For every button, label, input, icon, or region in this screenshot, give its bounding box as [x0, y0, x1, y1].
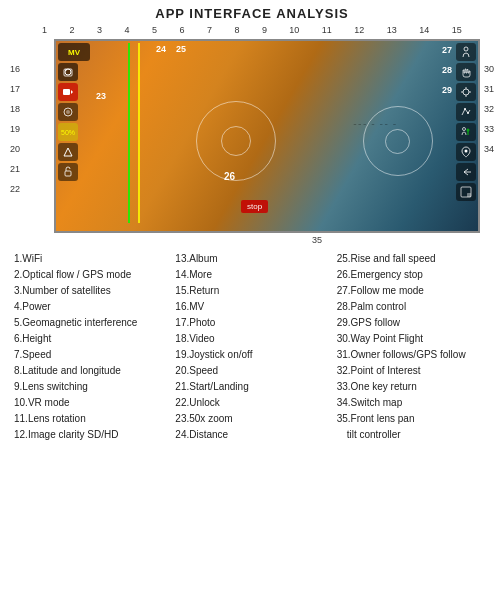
center-reticle-small — [221, 126, 251, 156]
svg-point-2 — [65, 69, 67, 71]
desc-item-32: 32.Point of Interest — [337, 363, 490, 379]
left-num-16: 16 — [10, 59, 22, 79]
desc-item-34: 34.Switch map — [337, 395, 490, 411]
desc-item-10: 10.VR mode — [14, 395, 167, 411]
desc-item-21: 21.Start/Landing — [175, 379, 328, 395]
right-num-34: 34 — [482, 139, 494, 159]
desc-item-14: 14.More — [175, 267, 328, 283]
left-num-22: 22 — [10, 179, 22, 199]
left-num-21: 21 — [10, 159, 22, 179]
right-num-33: 33 — [482, 119, 494, 139]
desc-item-3: 3.Number of satellites — [14, 283, 167, 299]
switch-map-button[interactable] — [456, 183, 476, 201]
desc-item-4: 4.Power — [14, 299, 167, 315]
desc-col-3: 25.Rise and fall speed 26.Emergency stop… — [337, 251, 490, 443]
poi-button[interactable] — [456, 143, 476, 161]
desc-item-15: 15.Return — [175, 283, 328, 299]
label-27: 27 — [442, 45, 452, 55]
stop-label: stop — [247, 202, 262, 211]
svg-rect-23 — [467, 193, 471, 197]
diagram-section: 1 2 3 4 5 6 7 8 9 10 11 12 13 14 15 16 1… — [0, 25, 504, 245]
desc-item-26: 26.Emergency stop — [337, 267, 490, 283]
desc-item-23: 23.50x zoom — [175, 411, 328, 427]
desc-item-8: 8.Latitude and longitude — [14, 363, 167, 379]
desc-item-25: 25.Rise and fall speed — [337, 251, 490, 267]
gps-follow-button[interactable] — [456, 83, 476, 101]
label-24: 24 — [156, 44, 166, 54]
desc-col-1: 1.WiFi 2.Optical flow / GPS mode 3.Numbe… — [14, 251, 167, 443]
desc-item-16: 16.MV — [175, 299, 328, 315]
emergency-stop-button[interactable]: stop — [241, 200, 268, 213]
palm-control-button[interactable] — [456, 63, 476, 81]
photo-button[interactable] — [58, 63, 78, 81]
left-num-17: 17 — [10, 79, 22, 99]
num-label-4: 4 — [124, 25, 129, 35]
top-number-row: 1 2 3 4 5 6 7 8 9 10 11 12 13 14 15 — [40, 25, 464, 39]
follow-me-button[interactable] — [456, 43, 476, 61]
label-25: 25 — [176, 44, 186, 54]
desc-item-7: 7.Speed — [14, 347, 167, 363]
description-list: 1.WiFi 2.Optical flow / GPS mode 3.Numbe… — [0, 245, 504, 447]
svg-marker-7 — [64, 148, 72, 156]
drone-view: MV 50% — [56, 41, 478, 231]
waypoint-button[interactable] — [456, 103, 476, 121]
left-num-20: 20 — [10, 139, 22, 159]
desc-item-18: 18.Video — [175, 331, 328, 347]
desc-item-29: 29.GPS follow — [337, 315, 490, 331]
right-num-30: 30 — [482, 59, 494, 79]
label-26: 26 — [224, 171, 235, 182]
num-label-10: 10 — [289, 25, 299, 35]
svg-point-15 — [464, 108, 466, 110]
page-title: APP INTERFACE ANALYSIS — [0, 0, 504, 25]
unlock-button[interactable] — [58, 163, 78, 181]
num-label-2: 2 — [69, 25, 74, 35]
svg-point-20 — [464, 150, 467, 153]
label-23: 23 — [96, 91, 106, 101]
svg-rect-8 — [65, 171, 71, 176]
label-29: 29 — [442, 85, 452, 95]
right-controls — [456, 43, 476, 201]
right-reticle-small — [385, 129, 410, 154]
video-button[interactable] — [58, 83, 78, 101]
svg-point-9 — [464, 47, 468, 51]
desc-item-33: 33.One key return — [337, 379, 490, 395]
svg-rect-3 — [63, 89, 70, 95]
owner-follows-button[interactable] — [456, 123, 476, 141]
left-num-18: 18 — [10, 99, 22, 119]
birds-decoration: ~~~ ~ ~~ ~ — [353, 121, 398, 127]
num-label-8: 8 — [234, 25, 239, 35]
num-label-9: 9 — [262, 25, 267, 35]
bottom-number-35: 35 — [140, 235, 494, 245]
desc-item-9: 9.Lens switching — [14, 379, 167, 395]
desc-col-2: 13.Album 14.More 15.Return 16.MV 17.Phot… — [175, 251, 328, 443]
left-controls: MV 50% — [58, 43, 90, 181]
num-label-3: 3 — [97, 25, 102, 35]
desc-item-30: 30.Way Point Flight — [337, 331, 490, 347]
svg-point-6 — [66, 110, 70, 114]
mv-button[interactable]: MV — [58, 43, 90, 61]
svg-point-10 — [463, 89, 469, 95]
desc-item-27: 27.Follow me mode — [337, 283, 490, 299]
zoom-bar-green — [128, 43, 130, 223]
landing-button[interactable] — [58, 143, 78, 161]
speed-button[interactable]: 50% — [58, 123, 78, 141]
svg-marker-4 — [71, 90, 73, 94]
desc-item-17: 17.Photo — [175, 315, 328, 331]
desc-item-31: 31.Owner follows/GPS follow — [337, 347, 490, 363]
num-label-7: 7 — [207, 25, 212, 35]
desc-item-20: 20.Speed — [175, 363, 328, 379]
zoom-bar-yellow — [138, 43, 140, 223]
num-label-12: 12 — [354, 25, 364, 35]
desc-item-2: 2.Optical flow / GPS mode — [14, 267, 167, 283]
desc-item-13: 13.Album — [175, 251, 328, 267]
num-label-13: 13 — [387, 25, 397, 35]
desc-item-19: 19.Joystick on/off — [175, 347, 328, 363]
desc-item-1: 1.WiFi — [14, 251, 167, 267]
right-num-32: 32 — [482, 99, 494, 119]
num-label-11: 11 — [322, 25, 332, 35]
joystick-button[interactable] — [58, 103, 78, 121]
one-key-return-button[interactable] — [456, 163, 476, 181]
desc-item-5: 5.Geomagnetic interference — [14, 315, 167, 331]
num-label-1: 1 — [42, 25, 47, 35]
num-label-6: 6 — [179, 25, 184, 35]
